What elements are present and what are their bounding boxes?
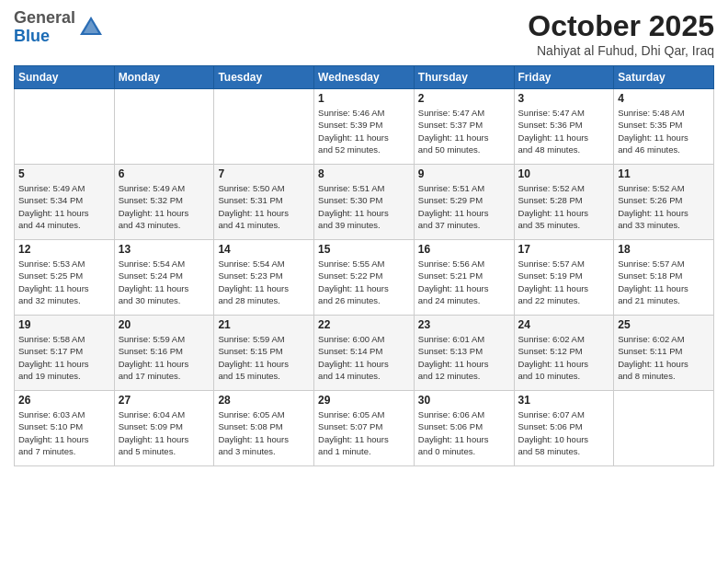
day-number: 24: [518, 318, 610, 331]
calendar-cell-w3-d1: 12Sunrise: 5:53 AM Sunset: 5:25 PM Dayli…: [15, 240, 115, 316]
calendar-cell-w2-d2: 6Sunrise: 5:49 AM Sunset: 5:32 PM Daylig…: [114, 165, 214, 240]
day-info: Sunrise: 6:02 AM Sunset: 5:12 PM Dayligh…: [518, 333, 610, 382]
day-info: Sunrise: 6:05 AM Sunset: 5:08 PM Dayligh…: [218, 408, 310, 457]
day-number: 7: [218, 167, 310, 180]
calendar-cell-w4-d2: 20Sunrise: 5:59 AM Sunset: 5:16 PM Dayli…: [114, 316, 214, 391]
day-number: 1: [318, 92, 410, 105]
day-info: Sunrise: 6:07 AM Sunset: 5:06 PM Dayligh…: [518, 408, 610, 457]
day-info: Sunrise: 6:04 AM Sunset: 5:09 PM Dayligh…: [119, 408, 210, 457]
day-info: Sunrise: 5:52 AM Sunset: 5:28 PM Dayligh…: [518, 182, 610, 231]
calendar-cell-w1-d1: [15, 89, 115, 165]
day-number: 3: [518, 92, 610, 105]
week-row-4: 19Sunrise: 5:58 AM Sunset: 5:17 PM Dayli…: [15, 316, 714, 391]
day-number: 22: [318, 318, 410, 331]
month-title: October 2025: [528, 9, 714, 43]
day-info: Sunrise: 5:49 AM Sunset: 5:34 PM Dayligh…: [18, 182, 110, 231]
header-friday: Friday: [514, 66, 614, 89]
logo-blue-text: Blue: [14, 27, 50, 45]
week-row-3: 12Sunrise: 5:53 AM Sunset: 5:25 PM Dayli…: [15, 240, 714, 316]
location-title: Nahiyat al Fuhud, Dhi Qar, Iraq: [528, 43, 714, 58]
day-number: 19: [18, 318, 110, 331]
day-info: Sunrise: 6:06 AM Sunset: 5:06 PM Dayligh…: [418, 408, 510, 457]
day-info: Sunrise: 6:01 AM Sunset: 5:13 PM Dayligh…: [418, 333, 510, 382]
day-info: Sunrise: 5:53 AM Sunset: 5:25 PM Dayligh…: [18, 258, 110, 306]
calendar-cell-w1-d7: 4Sunrise: 5:48 AM Sunset: 5:35 PM Daylig…: [614, 89, 714, 165]
calendar-cell-w5-d4: 29Sunrise: 6:05 AM Sunset: 5:07 PM Dayli…: [314, 391, 415, 466]
calendar-table: Sunday Monday Tuesday Wednesday Thursday…: [14, 65, 714, 466]
header-wednesday: Wednesday: [314, 66, 415, 89]
header-monday: Monday: [114, 66, 214, 89]
day-number: 17: [518, 243, 610, 256]
day-number: 8: [318, 167, 410, 180]
calendar-cell-w2-d7: 11Sunrise: 5:52 AM Sunset: 5:26 PM Dayli…: [614, 165, 714, 240]
day-number: 29: [318, 394, 410, 407]
calendar-cell-w2-d3: 7Sunrise: 5:50 AM Sunset: 5:31 PM Daylig…: [214, 165, 314, 240]
day-number: 13: [119, 243, 210, 256]
calendar-cell-w5-d1: 26Sunrise: 6:03 AM Sunset: 5:10 PM Dayli…: [15, 391, 115, 466]
calendar-cell-w5-d3: 28Sunrise: 6:05 AM Sunset: 5:08 PM Dayli…: [214, 391, 314, 466]
day-info: Sunrise: 5:58 AM Sunset: 5:17 PM Dayligh…: [18, 333, 110, 382]
day-number: 28: [218, 394, 310, 407]
calendar-cell-w3-d6: 17Sunrise: 5:57 AM Sunset: 5:19 PM Dayli…: [514, 240, 614, 316]
day-number: 2: [418, 92, 510, 105]
header-thursday: Thursday: [414, 66, 514, 89]
calendar-cell-w3-d3: 14Sunrise: 5:54 AM Sunset: 5:23 PM Dayli…: [214, 240, 314, 316]
day-info: Sunrise: 5:57 AM Sunset: 5:19 PM Dayligh…: [518, 258, 610, 306]
day-info: Sunrise: 5:51 AM Sunset: 5:29 PM Dayligh…: [418, 182, 510, 231]
day-info: Sunrise: 5:55 AM Sunset: 5:22 PM Dayligh…: [318, 258, 410, 306]
day-number: 5: [18, 167, 110, 180]
title-block: October 2025 Nahiyat al Fuhud, Dhi Qar, …: [528, 9, 714, 58]
header: General Blue October 2025 Nahiyat al Fuh…: [14, 9, 714, 58]
day-info: Sunrise: 6:03 AM Sunset: 5:10 PM Dayligh…: [18, 408, 110, 457]
calendar-cell-w1-d4: 1Sunrise: 5:46 AM Sunset: 5:39 PM Daylig…: [314, 89, 415, 165]
day-number: 23: [418, 318, 510, 331]
logo-general-text: General: [14, 8, 75, 27]
calendar-cell-w2-d5: 9Sunrise: 5:51 AM Sunset: 5:29 PM Daylig…: [414, 165, 514, 240]
day-number: 30: [418, 394, 510, 407]
day-info: Sunrise: 5:56 AM Sunset: 5:21 PM Dayligh…: [418, 258, 510, 306]
calendar-cell-w4-d3: 21Sunrise: 5:59 AM Sunset: 5:15 PM Dayli…: [214, 316, 314, 391]
day-info: Sunrise: 5:51 AM Sunset: 5:30 PM Dayligh…: [318, 182, 410, 231]
day-info: Sunrise: 5:57 AM Sunset: 5:18 PM Dayligh…: [618, 258, 710, 306]
day-number: 31: [518, 394, 610, 407]
day-info: Sunrise: 5:59 AM Sunset: 5:15 PM Dayligh…: [218, 333, 310, 382]
day-info: Sunrise: 5:50 AM Sunset: 5:31 PM Dayligh…: [218, 182, 310, 231]
day-number: 21: [218, 318, 310, 331]
day-number: 15: [318, 243, 410, 256]
page: General Blue October 2025 Nahiyat al Fuh…: [0, 0, 728, 563]
day-info: Sunrise: 5:47 AM Sunset: 5:36 PM Dayligh…: [518, 107, 610, 155]
calendar-cell-w2-d1: 5Sunrise: 5:49 AM Sunset: 5:34 PM Daylig…: [15, 165, 115, 240]
calendar-cell-w1-d6: 3Sunrise: 5:47 AM Sunset: 5:36 PM Daylig…: [514, 89, 614, 165]
day-info: Sunrise: 5:47 AM Sunset: 5:37 PM Dayligh…: [418, 107, 510, 155]
day-info: Sunrise: 5:46 AM Sunset: 5:39 PM Dayligh…: [318, 107, 410, 155]
week-row-5: 26Sunrise: 6:03 AM Sunset: 5:10 PM Dayli…: [15, 391, 714, 466]
calendar-cell-w4-d7: 25Sunrise: 6:02 AM Sunset: 5:11 PM Dayli…: [614, 316, 714, 391]
day-number: 20: [119, 318, 210, 331]
day-info: Sunrise: 5:54 AM Sunset: 5:23 PM Dayligh…: [218, 258, 310, 306]
calendar-cell-w1-d3: [214, 89, 314, 165]
calendar-cell-w3-d4: 15Sunrise: 5:55 AM Sunset: 5:22 PM Dayli…: [314, 240, 415, 316]
day-info: Sunrise: 6:02 AM Sunset: 5:11 PM Dayligh…: [618, 333, 710, 382]
day-info: Sunrise: 6:00 AM Sunset: 5:14 PM Dayligh…: [318, 333, 410, 382]
day-info: Sunrise: 5:59 AM Sunset: 5:16 PM Dayligh…: [119, 333, 210, 382]
calendar-cell-w5-d5: 30Sunrise: 6:06 AM Sunset: 5:06 PM Dayli…: [414, 391, 514, 466]
week-row-1: 1Sunrise: 5:46 AM Sunset: 5:39 PM Daylig…: [15, 89, 714, 165]
calendar-cell-w1-d5: 2Sunrise: 5:47 AM Sunset: 5:37 PM Daylig…: [414, 89, 514, 165]
day-info: Sunrise: 6:05 AM Sunset: 5:07 PM Dayligh…: [318, 408, 410, 457]
header-tuesday: Tuesday: [214, 66, 314, 89]
day-info: Sunrise: 5:52 AM Sunset: 5:26 PM Dayligh…: [618, 182, 710, 231]
week-row-2: 5Sunrise: 5:49 AM Sunset: 5:34 PM Daylig…: [15, 165, 714, 240]
day-number: 27: [119, 394, 210, 407]
calendar-cell-w5-d2: 27Sunrise: 6:04 AM Sunset: 5:09 PM Dayli…: [114, 391, 214, 466]
day-number: 16: [418, 243, 510, 256]
day-number: 9: [418, 167, 510, 180]
weekday-header-row: Sunday Monday Tuesday Wednesday Thursday…: [15, 66, 714, 89]
day-number: 11: [618, 167, 710, 180]
calendar-cell-w3-d7: 18Sunrise: 5:57 AM Sunset: 5:18 PM Dayli…: [614, 240, 714, 316]
logo: General Blue: [14, 9, 104, 46]
day-number: 4: [618, 92, 710, 105]
day-info: Sunrise: 5:49 AM Sunset: 5:32 PM Dayligh…: [119, 182, 210, 231]
calendar-cell-w4-d1: 19Sunrise: 5:58 AM Sunset: 5:17 PM Dayli…: [15, 316, 115, 391]
day-info: Sunrise: 5:48 AM Sunset: 5:35 PM Dayligh…: [618, 107, 710, 155]
calendar-cell-w2-d6: 10Sunrise: 5:52 AM Sunset: 5:28 PM Dayli…: [514, 165, 614, 240]
